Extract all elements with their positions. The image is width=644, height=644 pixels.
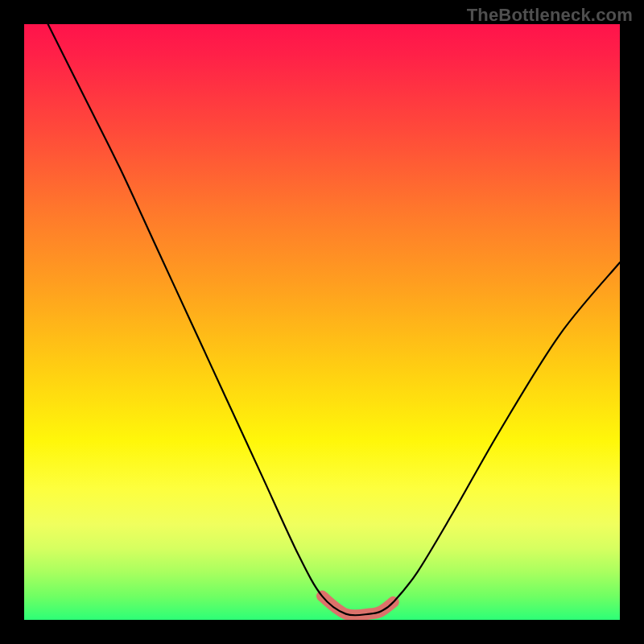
bottleneck-curve bbox=[48, 24, 620, 615]
watermark-text: TheBottleneck.com bbox=[467, 5, 633, 26]
chart-stage: TheBottleneck.com bbox=[0, 0, 644, 644]
chart-svg bbox=[24, 24, 620, 620]
plot-area bbox=[24, 24, 620, 620]
